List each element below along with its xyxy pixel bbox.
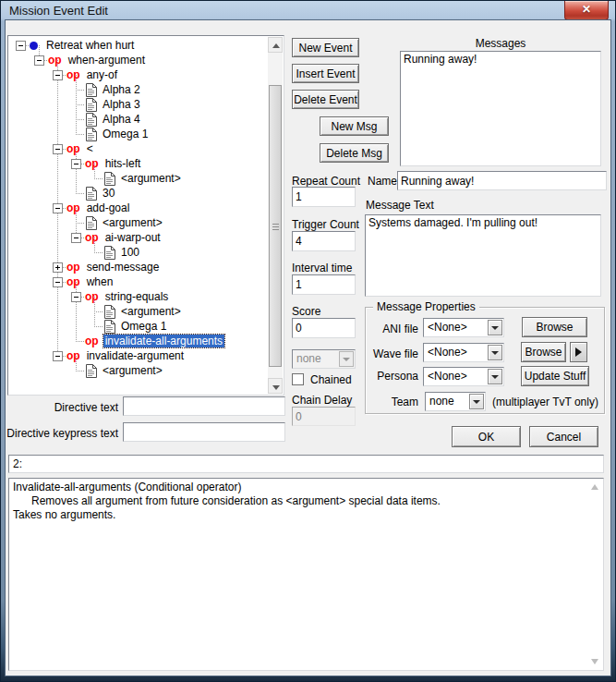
directive-text-input[interactable] (123, 396, 285, 416)
tree-item-label[interactable]: <argument> (119, 305, 183, 318)
expand-toggle-icon[interactable] (53, 277, 63, 287)
tree-item[interactable]: opwhen-argument (9, 53, 267, 67)
chevron-down-icon[interactable] (469, 394, 484, 409)
tree-item-label[interactable]: Omega 1 (119, 320, 168, 333)
tree-item[interactable]: opinvalidate-all-arguments (9, 334, 267, 348)
tree-item[interactable]: Alpha 2 (9, 82, 267, 97)
tree-item[interactable]: 30 (9, 186, 267, 201)
persona-dropdown[interactable]: <None> (423, 367, 504, 386)
tree-scrollbar[interactable] (268, 37, 283, 394)
tree-item-label[interactable]: when (85, 275, 115, 288)
expand-toggle-icon[interactable] (53, 144, 63, 154)
operator-icon: op (85, 231, 99, 244)
chevron-down-icon[interactable] (488, 345, 502, 360)
tree-item[interactable]: opinvalidate-argument (9, 348, 267, 363)
tree-item-label[interactable]: Alpha 2 (101, 83, 142, 96)
message-list-item[interactable]: Running away! (401, 52, 600, 67)
directive-keypress-input[interactable] (123, 422, 285, 442)
expand-toggle-icon[interactable] (34, 55, 44, 66)
tree-item[interactable]: opadd-goal (9, 201, 267, 215)
scroll-down-icon[interactable] (268, 378, 283, 394)
insert-event-button[interactable]: Insert Event (292, 64, 359, 83)
ani-browse-button[interactable]: Browse (522, 317, 587, 337)
new-msg-button[interactable]: New Msg (320, 116, 389, 136)
update-stuff-button[interactable]: Update Stuff (521, 366, 589, 386)
tree-item-label[interactable]: string-equals (103, 290, 171, 303)
tree-item[interactable]: <argument> (9, 215, 267, 230)
tree-item[interactable]: <argument> (9, 171, 267, 186)
tree-item-label[interactable]: add-goal (85, 201, 132, 214)
new-event-button[interactable]: New Event (292, 38, 359, 57)
tree-item-label[interactable]: <argument> (101, 364, 164, 377)
score-input[interactable] (292, 318, 356, 338)
wave-browse-button[interactable]: Browse (521, 342, 566, 362)
ani-file-dropdown[interactable]: <None> (423, 318, 504, 337)
message-text-input[interactable]: Systems damaged. I'm pulling out! (365, 214, 601, 297)
tree-item[interactable]: opwhen (9, 274, 267, 289)
tree-item[interactable]: ophits-left (9, 156, 267, 171)
delete-event-button[interactable]: Delete Event (292, 90, 359, 109)
tree-item-label[interactable]: send-message (85, 261, 162, 274)
tree-item[interactable]: opstring-equals (9, 289, 267, 304)
tree-item[interactable]: Alpha 3 (9, 97, 267, 112)
tree-item-label[interactable]: invalidate-all-arguments (103, 335, 224, 347)
tree-item-label[interactable]: 100 (119, 246, 141, 259)
wave-file-dropdown[interactable]: <None> (423, 343, 504, 362)
expand-toggle-icon[interactable] (71, 233, 81, 243)
ani-file-value: <None> (428, 319, 487, 336)
close-button[interactable]: ✕ (564, 1, 609, 20)
tree-item-label[interactable]: <argument> (101, 216, 164, 229)
chevron-down-icon[interactable] (488, 320, 502, 335)
scroll-down-icon[interactable] (589, 655, 601, 667)
scroll-up-icon[interactable] (268, 37, 283, 53)
tree-item[interactable]: <argument> (9, 363, 267, 378)
tree-item-label[interactable]: hits-left (103, 157, 143, 170)
tree-item-label[interactable]: 30 (101, 187, 116, 200)
tree-item[interactable]: opai-warp-out (9, 230, 267, 245)
expand-toggle-icon[interactable] (71, 159, 81, 169)
expand-toggle-icon[interactable] (53, 351, 63, 361)
scroll-up-icon[interactable] (589, 481, 601, 493)
expand-toggle-icon[interactable] (53, 203, 63, 213)
tree-item-label[interactable]: <argument> (119, 172, 183, 185)
cancel-button[interactable]: Cancel (529, 426, 598, 447)
tree-item[interactable]: Omega 1 (9, 319, 267, 334)
delete-msg-button[interactable]: Delete Msg (320, 143, 389, 163)
tree-item[interactable]: Omega 1 (9, 127, 267, 141)
tree-item-label[interactable]: Omega 1 (101, 128, 150, 140)
chevron-down-icon[interactable] (488, 369, 502, 384)
team-dropdown[interactable]: none (425, 392, 486, 411)
status-field[interactable]: 2: (8, 455, 604, 473)
tree-item-label[interactable]: ai-warp-out (103, 231, 163, 244)
tree-item[interactable]: Alpha 4 (9, 112, 267, 127)
tree-scrollbar-thumb[interactable] (269, 85, 282, 367)
operator-icon: op (66, 68, 80, 81)
expand-toggle-icon[interactable] (16, 41, 26, 51)
repeat-count-input[interactable] (292, 187, 356, 207)
tree-item-label[interactable]: Alpha 4 (101, 113, 142, 126)
tree-item-label[interactable]: when-argument (66, 54, 147, 67)
tree-item-label[interactable]: Retreat when hurt (44, 39, 136, 52)
tree-item-label[interactable]: invalidate-argument (85, 349, 186, 362)
name-input[interactable] (397, 171, 607, 190)
chain-delay-input (292, 407, 356, 426)
expand-toggle-icon[interactable] (53, 262, 63, 273)
expand-toggle-icon[interactable] (53, 70, 63, 80)
tree-item[interactable]: op< (9, 141, 267, 156)
tree-item[interactable]: Retreat when hurt (9, 38, 267, 53)
tree-item-label[interactable]: any-of (85, 68, 119, 81)
tree-item[interactable]: <argument> (9, 304, 267, 319)
ok-button[interactable]: OK (452, 426, 521, 447)
play-wave-button[interactable] (570, 342, 587, 362)
messages-listbox[interactable]: Running away! (400, 51, 601, 166)
expand-toggle-icon[interactable] (71, 292, 81, 302)
interval-time-input[interactable] (292, 274, 356, 295)
tree-item[interactable]: opsend-message (9, 260, 267, 274)
help-textbox[interactable]: Invalidate-all-arguments (Conditional op… (8, 478, 604, 671)
chained-checkbox[interactable] (292, 373, 304, 385)
tree-item[interactable]: opany-of (9, 67, 267, 82)
tree-item-label[interactable]: < (85, 142, 95, 155)
tree-item[interactable]: 100 (9, 245, 267, 260)
tree-item-label[interactable]: Alpha 3 (101, 98, 142, 111)
trigger-count-input[interactable] (292, 231, 356, 251)
